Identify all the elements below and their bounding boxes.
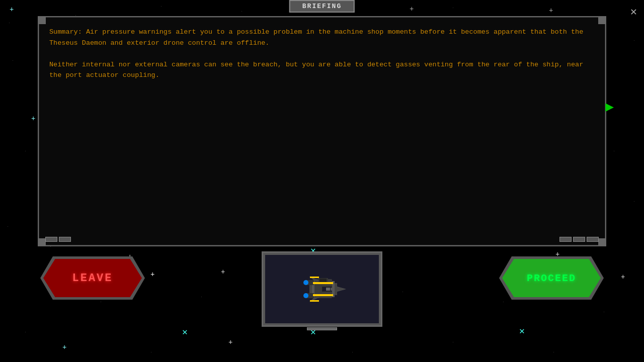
- proceed-button[interactable]: PROCEED: [502, 259, 601, 297]
- star-dot: •: [503, 302, 504, 303]
- leave-button-label: LEAVE: [72, 272, 113, 285]
- deco-rect-4: [573, 237, 585, 242]
- leave-button-container: LEAVE: [40, 256, 145, 300]
- star-dot: •: [634, 40, 634, 41]
- star-dot: •: [25, 332, 26, 333]
- panel-left-deco: [45, 237, 71, 242]
- star-dot: •: [9, 23, 10, 24]
- deco-rect-5: [587, 237, 599, 242]
- star-dot: •: [634, 201, 634, 202]
- ship-image: [292, 269, 352, 309]
- star-dot: •: [352, 352, 353, 353]
- svg-rect-20: [310, 300, 319, 302]
- close-button[interactable]: ✕: [630, 5, 637, 19]
- star-cross: +: [31, 115, 35, 122]
- svg-rect-4: [319, 279, 327, 282]
- star-cross: +: [10, 6, 14, 13]
- deco-rect-3: [559, 237, 572, 242]
- corner-bl: [38, 238, 46, 246]
- star-dot: •: [201, 297, 202, 298]
- deco-rect-1: [45, 237, 57, 242]
- svg-point-10: [303, 293, 308, 298]
- corner-tr: [598, 16, 606, 24]
- paragraph2: Neither internal nor external cameras ca…: [49, 59, 595, 81]
- svg-rect-12: [313, 294, 333, 296]
- briefing-panel: Summary: Air pressure warnings alert you…: [38, 16, 606, 246]
- star-dot: •: [101, 302, 101, 303]
- star-dot: •: [604, 312, 604, 313]
- star-dot: •: [13, 60, 13, 61]
- star-cross: +: [221, 268, 225, 276]
- star-cross: +: [410, 6, 414, 13]
- svg-point-9: [303, 280, 308, 285]
- star-x: ✕: [519, 327, 525, 336]
- star-cross: +: [228, 339, 232, 346]
- svg-marker-6: [337, 287, 345, 291]
- ship-display: [265, 255, 379, 323]
- ship-panel: [262, 251, 382, 327]
- star-dot: •: [242, 11, 242, 12]
- leave-button[interactable]: LEAVE: [43, 259, 142, 297]
- corner-br: [598, 238, 606, 246]
- star-dot: •: [453, 8, 453, 9]
- corner-tl: [38, 16, 46, 24]
- svg-rect-21: [326, 288, 330, 291]
- paragraph1: Summary: Air pressure warnings alert you…: [49, 27, 595, 48]
- ship-panel-container: [262, 251, 382, 327]
- star-dot: •: [8, 226, 8, 227]
- star-dot: •: [403, 292, 403, 293]
- panel-right-deco: [559, 237, 599, 242]
- star-cross: +: [549, 7, 553, 14]
- star-cross: +: [62, 344, 66, 351]
- arrow-right-icon: ▶: [605, 98, 614, 115]
- star-dot: •: [151, 352, 151, 353]
- star-dot: •: [553, 352, 554, 353]
- star-dot: •: [25, 151, 26, 152]
- star-dot: •: [161, 6, 162, 7]
- briefing-title: BRIEFING: [289, 0, 355, 13]
- star-cross: +: [150, 271, 154, 278]
- star-dot: •: [453, 342, 453, 343]
- star-dot: •: [50, 246, 51, 247]
- deco-rect-2: [59, 237, 71, 242]
- proceed-button-label: PROCEED: [527, 273, 576, 284]
- proceed-button-outer: PROCEED: [499, 256, 604, 300]
- svg-rect-19: [310, 277, 319, 278]
- panel-bottom-indicator: [307, 327, 337, 330]
- star-cross: +: [621, 274, 625, 281]
- leave-button-outer: LEAVE: [40, 256, 145, 300]
- title-bar: BRIEFING: [289, 0, 355, 13]
- proceed-button-container: PROCEED: [499, 256, 604, 300]
- star-dot: •: [614, 151, 614, 152]
- svg-rect-22: [331, 288, 334, 291]
- briefing-text: Summary: Air pressure warnings alert you…: [39, 18, 605, 90]
- star-x: ✕: [182, 328, 188, 337]
- svg-rect-11: [313, 282, 333, 284]
